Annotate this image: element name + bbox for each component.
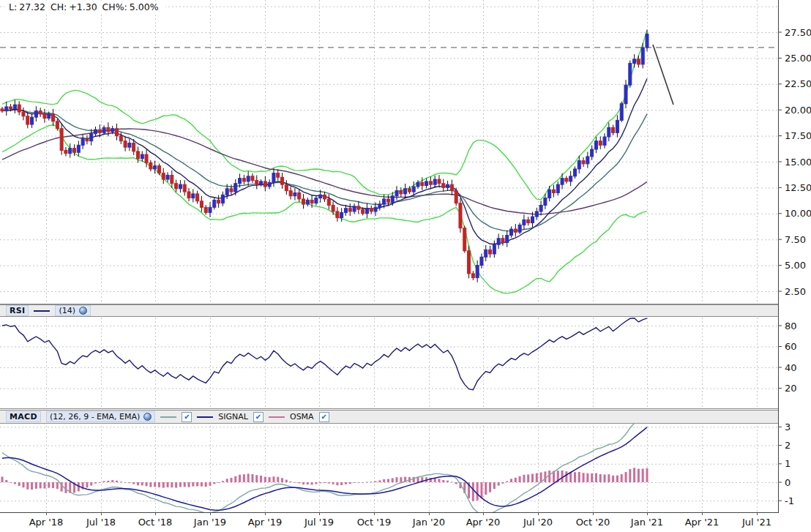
charting-app: 27.5025.0022.5020.0017.5015.0012.5010.00… xyxy=(0,0,811,532)
change-pct-value: 5.00% xyxy=(130,1,159,12)
svg-text:7.50: 7.50 xyxy=(785,234,806,245)
svg-text:Jan '19: Jan '19 xyxy=(193,517,226,528)
change-value: +1.30 xyxy=(69,1,97,12)
macd-line-swatch xyxy=(160,416,176,418)
svg-text:0: 0 xyxy=(785,477,791,488)
svg-text:Apr '21: Apr '21 xyxy=(685,517,720,528)
osma-label: OSMA xyxy=(290,412,314,422)
macd-params-label: (12, 26, 9 - EMA, EMA) xyxy=(50,412,140,422)
svg-text:12.50: 12.50 xyxy=(785,182,811,193)
svg-text:Jan '20: Jan '20 xyxy=(412,517,445,528)
svg-text:1: 1 xyxy=(785,458,791,469)
svg-text:2.50: 2.50 xyxy=(785,286,806,297)
svg-text:Oct '19: Oct '19 xyxy=(357,517,392,528)
osma-checkbox[interactable]: ✔ xyxy=(319,412,329,422)
rsi-title: RSI xyxy=(10,306,25,315)
svg-text:15.00: 15.00 xyxy=(785,157,811,168)
macd-title: MACD xyxy=(10,412,37,422)
osma-swatch xyxy=(269,416,285,418)
rsi-line-swatch xyxy=(34,310,50,312)
svg-text:10.00: 10.00 xyxy=(785,208,811,219)
last-price-readout: L:27.32 CH:+1.30 CH%:5.00% xyxy=(4,1,165,13)
svg-text:Jul '18: Jul '18 xyxy=(86,517,116,528)
rsi-period-label: (14) xyxy=(59,306,75,315)
rsi-settings-globe-icon[interactable] xyxy=(79,307,87,315)
change-label: CH: xyxy=(51,1,67,12)
rsi-settings-chip[interactable]: (14) xyxy=(55,305,91,316)
macd-settings-globe-icon[interactable] xyxy=(143,413,152,421)
svg-text:Jul '20: Jul '20 xyxy=(523,517,553,528)
svg-text:Jul '19: Jul '19 xyxy=(304,517,334,528)
svg-text:2: 2 xyxy=(785,440,791,451)
rsi-indicator-chip[interactable]: RSI xyxy=(6,305,29,316)
svg-text:Oct '18: Oct '18 xyxy=(138,517,173,528)
svg-text:22.50: 22.50 xyxy=(785,78,811,89)
svg-text:Apr '20: Apr '20 xyxy=(466,517,501,528)
macd-indicator-chip[interactable]: MACD xyxy=(6,411,41,422)
svg-text:25.00: 25.00 xyxy=(785,53,811,64)
last-label: L: xyxy=(9,1,17,12)
svg-text:27.50: 27.50 xyxy=(785,27,811,38)
rsi-panel-header: RSI (14) xyxy=(0,304,778,317)
svg-text:Jan '21: Jan '21 xyxy=(630,517,663,528)
svg-text:Jul '21: Jul '21 xyxy=(741,517,771,528)
svg-text:20: 20 xyxy=(785,383,797,394)
signal-line-swatch xyxy=(197,416,213,418)
svg-text:60: 60 xyxy=(785,341,797,352)
macd-panel-header: MACD (12, 26, 9 - EMA, EMA) ✔ SIGNAL ✔ O… xyxy=(0,410,778,424)
svg-text:Apr '18: Apr '18 xyxy=(29,517,64,528)
svg-text:40: 40 xyxy=(785,362,797,373)
svg-text:3: 3 xyxy=(785,422,791,432)
svg-text:20.00: 20.00 xyxy=(785,105,811,116)
svg-text:17.50: 17.50 xyxy=(785,130,811,141)
last-value: 27.32 xyxy=(19,1,45,12)
change-pct-label: CH%: xyxy=(102,1,127,12)
signal-label: SIGNAL xyxy=(218,412,248,422)
macd-line-checkbox[interactable]: ✔ xyxy=(182,412,192,422)
svg-text:5.00: 5.00 xyxy=(785,260,806,271)
chart-canvas[interactable]: 27.5025.0022.5020.0017.5015.0012.5010.00… xyxy=(0,0,811,532)
signal-checkbox[interactable]: ✔ xyxy=(253,412,264,422)
svg-text:Oct '20: Oct '20 xyxy=(576,517,610,528)
svg-text:-1: -1 xyxy=(785,495,794,506)
svg-text:80: 80 xyxy=(785,321,797,331)
macd-settings-chip[interactable]: (12, 26, 9 - EMA, EMA) xyxy=(46,411,155,422)
svg-text:Apr '19: Apr '19 xyxy=(248,517,283,528)
